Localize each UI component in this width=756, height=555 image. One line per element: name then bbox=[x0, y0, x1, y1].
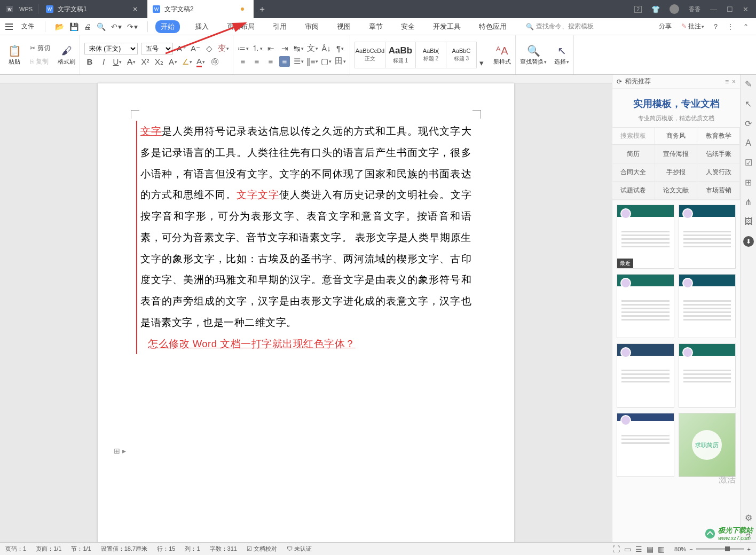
rail-checklist-icon[interactable]: ☑ bbox=[745, 158, 752, 168]
panel-tab-business[interactable]: 商务风 bbox=[655, 127, 698, 145]
enclose-icon[interactable]: ㊞ bbox=[209, 57, 220, 67]
tab-view[interactable]: 视图 bbox=[334, 20, 354, 34]
zoom-slider[interactable] bbox=[696, 548, 744, 550]
bullets-icon[interactable]: ≔▾ bbox=[238, 43, 248, 54]
shrink-font-icon[interactable]: A⁻ bbox=[190, 43, 201, 54]
cat-newspaper[interactable]: 手抄报 bbox=[655, 163, 698, 182]
template-thumb[interactable]: 最近 bbox=[617, 205, 674, 269]
template-thumb[interactable] bbox=[679, 343, 736, 408]
help-icon[interactable]: ? bbox=[714, 23, 718, 30]
cat-hr[interactable]: 人资行政 bbox=[697, 163, 740, 182]
ruler[interactable] bbox=[0, 75, 612, 83]
view-web-icon[interactable]: ☰ bbox=[635, 545, 642, 553]
style-h2[interactable]: AaBb(标题 2 bbox=[415, 42, 446, 68]
view-outline-icon[interactable]: ▤ bbox=[647, 545, 653, 553]
share-button[interactable]: 分享 bbox=[659, 22, 672, 31]
rail-cursor-icon[interactable]: ↖ bbox=[745, 99, 752, 109]
tab-reference[interactable]: 引用 bbox=[270, 20, 290, 34]
template-thumb[interactable] bbox=[617, 343, 674, 408]
status-col[interactable]: 列：1 bbox=[185, 545, 200, 553]
underline-icon[interactable]: U▾ bbox=[112, 57, 123, 67]
view-read-icon[interactable]: ▥ bbox=[658, 545, 665, 553]
cat-poster[interactable]: 宣传海报 bbox=[655, 145, 698, 163]
tab-start[interactable]: 开始 bbox=[155, 20, 180, 33]
close-window-icon[interactable]: ✕ bbox=[743, 5, 749, 13]
status-row[interactable]: 行：15 bbox=[157, 545, 175, 553]
open-icon[interactable]: 📂 bbox=[55, 22, 64, 31]
redo-icon[interactable]: ↷▾ bbox=[127, 22, 138, 31]
tab-security[interactable]: 安全 bbox=[398, 20, 418, 34]
grow-font-icon[interactable]: A⁺ bbox=[176, 43, 187, 54]
rail-pencil-icon[interactable]: ✎ bbox=[745, 79, 752, 89]
font-color-icon[interactable]: A▾ bbox=[195, 57, 206, 67]
style-h1[interactable]: AaBb标题 1 bbox=[385, 42, 416, 68]
skin-icon[interactable]: 👕 bbox=[651, 5, 660, 13]
status-page[interactable]: 页面：1/1 bbox=[36, 545, 61, 553]
strike-icon[interactable]: A̶▾ bbox=[126, 57, 137, 67]
cat-exam[interactable]: 试题试卷 bbox=[612, 181, 655, 200]
text-direction-icon[interactable]: 文▾ bbox=[307, 43, 318, 54]
paste-icon[interactable]: 📋 bbox=[7, 44, 21, 58]
maximize-icon[interactable]: ☐ bbox=[727, 5, 733, 13]
panel-tab-education[interactable]: 教育教学 bbox=[697, 127, 740, 145]
panel-settings-icon[interactable]: ≡ bbox=[725, 78, 729, 85]
rail-download-icon[interactable]: ⬇ bbox=[743, 236, 754, 247]
align-center-icon[interactable]: ≡ bbox=[251, 56, 262, 67]
refresh-icon[interactable]: ⟳ bbox=[617, 78, 622, 85]
add-tab-button[interactable]: ＋ bbox=[254, 0, 270, 18]
font-name-select[interactable]: 宋体 (正文) bbox=[84, 43, 138, 54]
indent-right-icon[interactable]: ⇥ bbox=[279, 43, 290, 54]
zoom-in-icon[interactable]: + bbox=[747, 546, 751, 552]
print-preview-icon[interactable]: 🔍 bbox=[97, 22, 106, 31]
sort-icon[interactable]: Å↓ bbox=[321, 43, 332, 54]
tab-devtools[interactable]: 开发工具 bbox=[430, 20, 464, 34]
avatar-icon[interactable] bbox=[670, 4, 679, 14]
clear-format-icon[interactable]: ◇ bbox=[204, 43, 215, 54]
tab-review[interactable]: 审阅 bbox=[302, 20, 322, 34]
status-setting[interactable]: 设置值：18.7厘米 bbox=[101, 545, 147, 553]
cat-resume[interactable]: 简历 bbox=[612, 145, 655, 163]
font-size-select[interactable]: 五号 bbox=[141, 43, 173, 54]
wps-logo[interactable]: W bbox=[0, 0, 19, 18]
rail-image-icon[interactable]: 🖼 bbox=[744, 217, 753, 226]
format-painter-icon[interactable]: 🖌 bbox=[60, 44, 74, 58]
highlight-icon[interactable]: ∠▾ bbox=[182, 57, 192, 67]
ribbon-chevron-icon[interactable]: ⌃ bbox=[743, 23, 749, 30]
tab-icon[interactable]: ↹▾ bbox=[293, 43, 304, 54]
line-spacing-icon[interactable]: ‖≡▾ bbox=[307, 56, 318, 67]
template-thumbs[interactable]: 最近 求职简历 bbox=[612, 200, 740, 542]
zoom-control[interactable]: 80% − + bbox=[674, 546, 751, 552]
shading-icon[interactable]: ▢▾ bbox=[321, 56, 332, 67]
status-section[interactable]: 节：1/1 bbox=[71, 545, 91, 553]
panel-close-icon[interactable]: × bbox=[732, 78, 736, 85]
hamburger-icon[interactable] bbox=[5, 24, 13, 30]
borders-icon[interactable]: 田▾ bbox=[335, 56, 345, 67]
cut-button[interactable]: ✂ 剪切 bbox=[28, 43, 52, 54]
document-area[interactable]: 文字是人类用符号记录表达信息以传之久远的方式和工具。现代文字大多是记录语言的工具… bbox=[0, 75, 612, 542]
collapse-ribbon-icon[interactable]: ⋮ bbox=[727, 23, 734, 30]
template-thumb[interactable] bbox=[617, 413, 674, 477]
copy-button[interactable]: ⎘ 复制 bbox=[28, 56, 52, 67]
tab-doc2[interactable]: W 文字文稿2 bbox=[147, 0, 254, 18]
italic-icon[interactable]: I bbox=[98, 57, 109, 67]
tab-doc1[interactable]: W 文字文稿1 × bbox=[41, 0, 147, 18]
style-normal[interactable]: AaBbCcDd正文 bbox=[355, 42, 385, 68]
panel-tab-search[interactable]: 搜索模板 bbox=[612, 127, 655, 145]
badge-icon[interactable]: 2 bbox=[634, 6, 642, 13]
subscript-icon[interactable]: X₂ bbox=[154, 57, 164, 67]
style-h3[interactable]: AaBbC标题 3 bbox=[446, 42, 477, 68]
file-menu[interactable]: 文件 bbox=[21, 22, 34, 31]
align-right-icon[interactable]: ≡ bbox=[265, 56, 276, 67]
numbering-icon[interactable]: ⒈▾ bbox=[251, 43, 262, 54]
status-auth[interactable]: 🛡 未认证 bbox=[287, 545, 312, 553]
style-more-icon[interactable]: ▾ bbox=[476, 58, 487, 68]
document-body[interactable]: 文字是人类用符号记录表达信息以传之久远的方式和工具。现代文字大多是记录语言的工具… bbox=[140, 121, 471, 354]
template-thumb[interactable]: 求职简历 bbox=[679, 413, 736, 477]
comment-button[interactable]: ✎ 批注▾ bbox=[681, 22, 704, 31]
cat-contract[interactable]: 合同大全 bbox=[612, 163, 655, 182]
print-icon[interactable]: 🖨 bbox=[84, 22, 91, 31]
tab-special[interactable]: 特色应用 bbox=[476, 20, 510, 34]
rail-refresh-icon[interactable]: ⟳ bbox=[745, 119, 752, 129]
style-gallery[interactable]: AaBbCcDd正文 AaBb标题 1 AaBb(标题 2 AaBbC标题 3 … bbox=[355, 42, 487, 68]
tab-insert[interactable]: 插入 bbox=[192, 20, 212, 34]
